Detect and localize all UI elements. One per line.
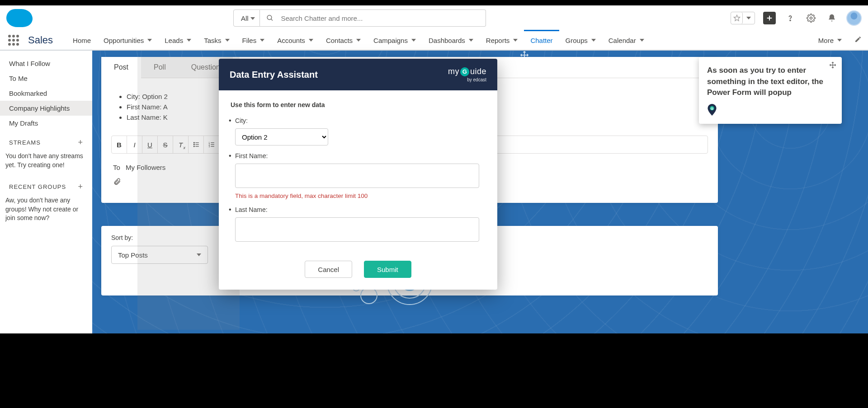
nav-more[interactable]: More	[812, 31, 848, 50]
chevron-down-icon	[225, 39, 230, 42]
salesforce-logo	[6, 9, 33, 27]
paperclip-icon	[113, 178, 121, 186]
svg-point-9	[193, 144, 194, 145]
favorites-combo[interactable]	[731, 12, 755, 24]
svg-text:G: G	[711, 107, 713, 111]
chevron-down-icon	[640, 39, 644, 42]
groups-empty-text: Aw, you don't have any groups! Why not c…	[0, 194, 92, 228]
sort-by-select[interactable]: Top Posts	[111, 246, 208, 264]
add-group-button[interactable]: +	[78, 182, 83, 192]
city-label: City:	[235, 117, 248, 124]
underline-button[interactable]: U	[142, 136, 158, 153]
city-select[interactable]: Option 2	[235, 128, 328, 145]
global-add-button[interactable]	[763, 12, 776, 24]
to-label: To	[113, 164, 120, 171]
sidebar-item[interactable]: My Drafts	[0, 116, 92, 131]
nav-item-reports[interactable]: Reports	[480, 31, 524, 50]
nav-item-calendar[interactable]: Calendar	[602, 31, 651, 50]
cancel-button[interactable]: Cancel	[305, 261, 352, 278]
nav-item-label: Contacts	[326, 37, 353, 44]
favorites-dropdown-icon[interactable]	[743, 12, 755, 24]
nav-item-groups[interactable]: Groups	[559, 31, 602, 50]
nav-item-label: Chatter	[530, 37, 552, 44]
edit-nav-pencil-icon[interactable]	[854, 36, 862, 45]
sidebar-item[interactable]: Bookmarked	[0, 86, 92, 101]
user-avatar[interactable]	[846, 10, 862, 26]
chevron-down-icon	[469, 39, 473, 42]
nav-item-chatter[interactable]: Chatter	[524, 31, 559, 50]
guide-marker-icon: G	[707, 104, 717, 116]
chevron-down-icon	[147, 39, 152, 42]
last-name-input[interactable]	[235, 217, 479, 242]
modal-header: Data Entry Assistant myGuide by edcast	[219, 59, 497, 90]
nav-item-label: Leads	[165, 37, 183, 44]
nav-item-label: Files	[242, 37, 257, 44]
svg-point-0	[267, 15, 272, 20]
nav-item-home[interactable]: Home	[66, 31, 97, 50]
search-icon	[266, 14, 274, 22]
sidebar-item[interactable]: To Me	[0, 71, 92, 86]
composer-tab-post[interactable]: Post	[101, 57, 141, 79]
bulleted-list-button[interactable]	[189, 136, 204, 153]
svg-marker-2	[734, 15, 740, 21]
chevron-down-icon	[513, 39, 518, 42]
nav-item-label: Dashboards	[429, 37, 465, 44]
nav-item-files[interactable]: Files	[236, 31, 271, 50]
strikethrough-button[interactable]: S	[158, 136, 173, 153]
chevron-down-icon	[309, 39, 313, 42]
last-name-label: Last Name:	[235, 206, 268, 213]
chevron-down-icon	[187, 39, 191, 42]
first-name-error: This is a mandatory field, max character…	[235, 192, 486, 199]
nav-item-label: Opportunities	[104, 37, 144, 44]
nav-item-label: Accounts	[277, 37, 305, 44]
nav-item-tasks[interactable]: Tasks	[198, 31, 236, 50]
star-icon[interactable]	[731, 12, 743, 24]
nav-item-label: Groups	[566, 37, 588, 44]
help-icon[interactable]	[784, 12, 797, 24]
search-input[interactable]	[281, 14, 479, 22]
chevron-down-icon	[260, 39, 264, 42]
chevron-down-icon	[837, 39, 842, 42]
nav-item-label: Campaigns	[373, 37, 408, 44]
nav-item-accounts[interactable]: Accounts	[271, 31, 320, 50]
recent-groups-heading: RECENT GROUPS	[9, 183, 66, 190]
global-search[interactable]	[260, 9, 486, 27]
nav-item-leads[interactable]: Leads	[158, 31, 198, 50]
sidebar-item[interactable]: Company Highlights	[0, 101, 92, 116]
nav-item-dashboards[interactable]: Dashboards	[422, 31, 480, 50]
sidebar-item[interactable]: What I Follow	[0, 56, 92, 71]
nav-item-label: Home	[73, 37, 91, 44]
nav-more-label: More	[818, 37, 834, 44]
composer-tab-poll[interactable]: Poll	[141, 57, 179, 78]
data-entry-modal: Data Entry Assistant myGuide by edcast U…	[219, 59, 497, 290]
streams-empty-text: You don't have any streams yet. Try crea…	[0, 150, 92, 175]
italic-button[interactable]: I	[127, 136, 142, 153]
bold-button[interactable]: B	[112, 136, 127, 153]
svg-text:3: 3	[209, 145, 210, 148]
app-launcher-icon[interactable]	[6, 33, 21, 47]
search-scope-label: All	[241, 14, 249, 22]
svg-point-7	[193, 142, 194, 143]
nav-item-contacts[interactable]: Contacts	[320, 31, 367, 50]
myguide-logo: myGuide	[448, 67, 486, 76]
numbered-list-button[interactable]: 123	[204, 136, 219, 153]
svg-point-11	[193, 146, 194, 147]
first-name-input[interactable]	[235, 164, 479, 188]
nav-bar: Sales HomeOpportunitiesLeadsTasksFilesAc…	[0, 31, 868, 51]
nav-item-label: Reports	[486, 37, 510, 44]
svg-point-6	[810, 17, 812, 19]
submit-button[interactable]: Submit	[364, 261, 411, 278]
add-stream-button[interactable]: +	[78, 138, 83, 147]
nav-item-campaigns[interactable]: Campaigns	[367, 31, 422, 50]
nav-item-opportunities[interactable]: Opportunities	[97, 31, 158, 50]
tooltip-move-icon[interactable]	[829, 61, 836, 70]
app-name: Sales	[28, 34, 53, 46]
chevron-down-icon	[591, 39, 596, 42]
search-scope-dropdown[interactable]: All	[233, 9, 260, 27]
clear-format-button[interactable]: T	[173, 136, 189, 153]
setup-gear-icon[interactable]	[805, 12, 817, 24]
svg-point-5	[790, 20, 791, 21]
notifications-bell-icon[interactable]	[826, 12, 838, 24]
to-value[interactable]: My Followers	[126, 164, 165, 171]
myguide-subtitle: by edcast	[448, 77, 486, 82]
